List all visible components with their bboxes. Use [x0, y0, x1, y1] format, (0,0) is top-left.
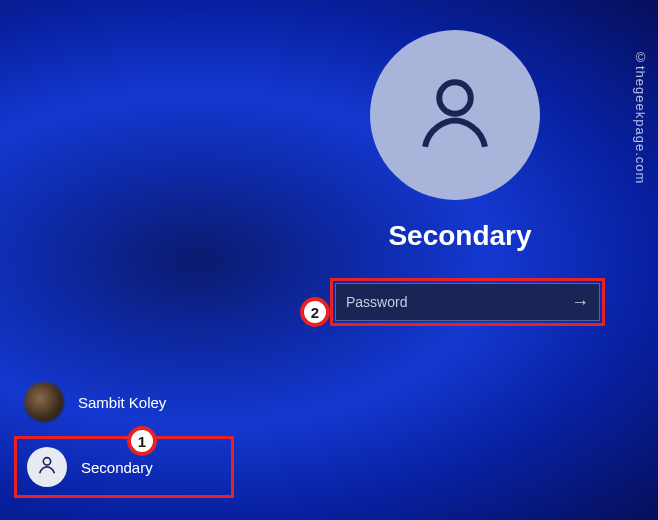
password-placeholder: Password [346, 294, 407, 310]
user-item-secondary[interactable]: Secondary [14, 436, 234, 498]
person-icon [410, 68, 500, 162]
watermark-text: ©thegeekpage.com [633, 50, 648, 184]
annotation-badge-2: 2 [300, 297, 330, 327]
user-account-list: Sambit Koley Secondary [14, 374, 234, 504]
user-avatar-icon [27, 447, 67, 487]
password-highlight-box: Password → [330, 278, 605, 326]
svg-point-1 [43, 458, 50, 465]
person-icon [36, 454, 58, 480]
user-avatar-photo [24, 382, 64, 422]
password-input[interactable]: Password → [335, 283, 600, 321]
selected-account-name: Secondary [330, 220, 590, 252]
user-item-sambit[interactable]: Sambit Koley [14, 374, 234, 430]
annotation-badge-1: 1 [127, 426, 157, 456]
user-label: Sambit Koley [78, 394, 166, 411]
user-label: Secondary [81, 459, 153, 476]
svg-point-0 [439, 82, 471, 114]
selected-account-avatar [370, 30, 540, 200]
submit-arrow-icon[interactable]: → [571, 292, 589, 313]
